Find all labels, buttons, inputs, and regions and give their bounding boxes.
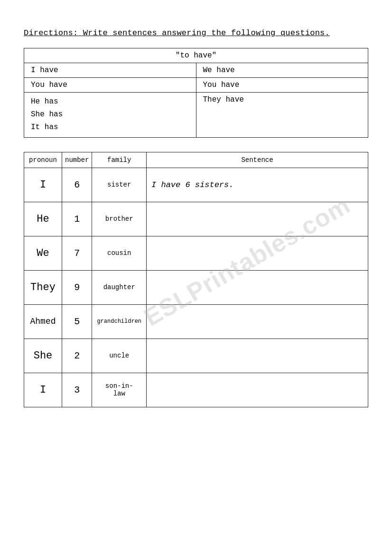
- header-family: family: [92, 152, 147, 168]
- sentence-7: [147, 373, 368, 407]
- directions-body: Write sentences answering the following …: [78, 28, 330, 38]
- pronoun-6: She: [24, 339, 62, 373]
- conjugation-right-1: We have: [196, 63, 368, 78]
- family-4: daughter: [92, 270, 147, 304]
- exercise-row-7: I 3 son-in-law: [24, 373, 368, 407]
- family-5: grandchildren: [92, 304, 147, 339]
- conjugation-left-3: He hasShe hasIt has: [24, 93, 196, 138]
- number-1: 6: [62, 168, 92, 202]
- pronoun-1: I: [24, 168, 62, 202]
- sentence-6: [147, 339, 368, 373]
- pronoun-5: Ahmed: [24, 304, 62, 339]
- conjugation-row-2: You have You have: [24, 78, 368, 93]
- family-7: son-in-law: [92, 373, 147, 407]
- exercise-header-row: pronoun number family Sentence: [24, 152, 368, 168]
- exercise-row-1: I 6 sister I have 6 sisters.: [24, 168, 368, 202]
- family-1: sister: [92, 168, 147, 202]
- sentence-2: [147, 202, 368, 236]
- sentence-4: [147, 270, 368, 304]
- family-6: uncle: [92, 339, 147, 373]
- header-sentence: Sentence: [147, 152, 368, 168]
- family-2: brother: [92, 202, 147, 236]
- conjugation-right-2: You have: [196, 78, 368, 93]
- number-2: 1: [62, 202, 92, 236]
- exercise-table: pronoun number family Sentence I 6 siste…: [24, 152, 368, 407]
- exercise-row-6: She 2 uncle: [24, 339, 368, 373]
- directions-label: Directions:: [24, 28, 78, 38]
- sentence-5: [147, 304, 368, 339]
- conjugation-left-1: I have: [24, 63, 196, 78]
- pronoun-2: He: [24, 202, 62, 236]
- conjugation-table: "to have" I have We have You have You ha…: [24, 48, 368, 138]
- conjugation-header-row: "to have": [24, 48, 368, 63]
- sentence-1: I have 6 sisters.: [147, 168, 368, 202]
- conjugation-header: "to have": [24, 48, 368, 63]
- exercise-row-3: We 7 cousin: [24, 236, 368, 270]
- directions-text: Directions: Write sentences answering th…: [24, 28, 368, 38]
- conjugation-row-3: He hasShe hasIt has They have: [24, 93, 368, 138]
- exercise-row-5: Ahmed 5 grandchildren: [24, 304, 368, 339]
- header-pronoun: pronoun: [24, 152, 62, 168]
- pronoun-3: We: [24, 236, 62, 270]
- conjugation-row-1: I have We have: [24, 63, 368, 78]
- conjugation-right-3: They have: [196, 93, 368, 138]
- number-5: 5: [62, 304, 92, 339]
- number-7: 3: [62, 373, 92, 407]
- pronoun-4: They: [24, 270, 62, 304]
- conjugation-left-2: You have: [24, 78, 196, 93]
- sentence-3: [147, 236, 368, 270]
- family-3: cousin: [92, 236, 147, 270]
- number-3: 7: [62, 236, 92, 270]
- exercise-row-4: They 9 daughter: [24, 270, 368, 304]
- exercise-row-2: He 1 brother: [24, 202, 368, 236]
- number-6: 2: [62, 339, 92, 373]
- pronoun-7: I: [24, 373, 62, 407]
- number-4: 9: [62, 270, 92, 304]
- header-number: number: [62, 152, 92, 168]
